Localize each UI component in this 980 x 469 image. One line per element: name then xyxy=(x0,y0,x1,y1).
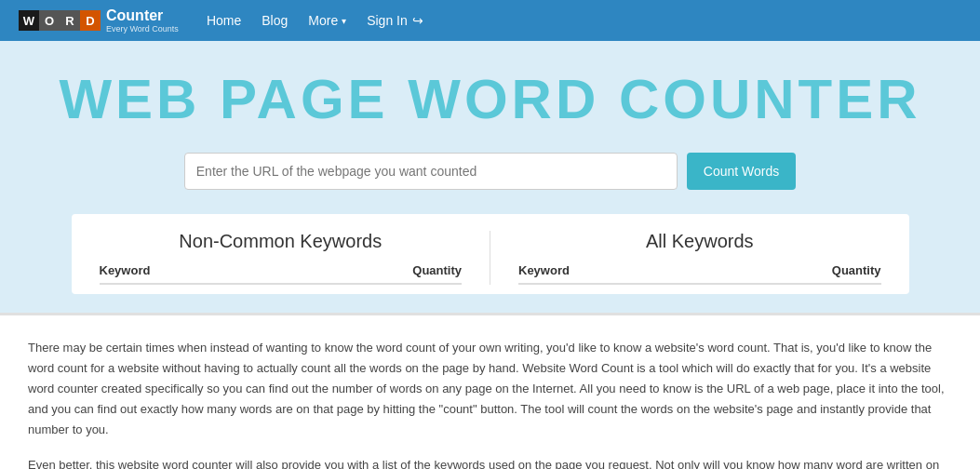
logo-text: Counter Every Word Counts xyxy=(106,7,179,34)
nav-link-signin[interactable]: Sign In ↪ xyxy=(367,13,423,28)
non-common-quantity-col-header: Quantity xyxy=(284,263,462,284)
nav-signin-label: Sign In xyxy=(367,13,408,28)
column-divider xyxy=(490,231,490,285)
keywords-section: Non-Common Keywords Keyword Quantity All… xyxy=(72,214,909,294)
logo: W O R D Counter Every Word Counts xyxy=(19,7,179,34)
description-section: There may be certain times when instead … xyxy=(0,313,980,469)
all-keyword-col-header: Keyword xyxy=(518,263,704,284)
keywords-columns: Non-Common Keywords Keyword Quantity All… xyxy=(100,231,881,285)
brand-name: Counter xyxy=(106,7,179,24)
all-keywords-table-header-row: Keyword Quantity xyxy=(518,263,881,284)
nav-link-more[interactable]: More ▾ xyxy=(308,13,346,28)
navbar: W O R D Counter Every Word Counts Home B… xyxy=(0,0,980,41)
signin-icon: ↪ xyxy=(412,13,423,28)
logo-letter-w: W xyxy=(19,10,39,31)
logo-letters: W O R D xyxy=(19,10,101,31)
all-quantity-col-header: Quantity xyxy=(704,263,881,284)
chevron-down-icon: ▾ xyxy=(342,16,346,26)
nav-item-blog[interactable]: Blog xyxy=(262,12,288,29)
non-common-keyword-col-header: Keyword xyxy=(100,263,285,284)
page-title: WEB PAGE WORD COUNTER xyxy=(19,69,961,130)
nav-item-signin[interactable]: Sign In ↪ xyxy=(367,13,423,28)
url-form: Count Words xyxy=(19,153,961,190)
description-paragraph-2: Even better, this website word counter w… xyxy=(28,455,952,469)
nav-link-home[interactable]: Home xyxy=(207,13,241,28)
description-paragraph-1: There may be certain times when instead … xyxy=(28,338,952,440)
logo-letter-o: O xyxy=(39,10,60,31)
non-common-table-header-row: Keyword Quantity xyxy=(100,263,463,284)
count-words-button[interactable]: Count Words xyxy=(687,153,796,190)
logo-letter-r: R xyxy=(60,10,80,31)
hero-section: WEB PAGE WORD COUNTER Count Words Non-Co… xyxy=(0,41,980,313)
nav-links: Home Blog More ▾ Sign In ↪ xyxy=(207,12,423,29)
nav-item-more[interactable]: More ▾ xyxy=(308,13,346,28)
nav-link-blog[interactable]: Blog xyxy=(262,13,288,28)
url-input[interactable] xyxy=(184,153,678,190)
non-common-keywords-heading: Non-Common Keywords xyxy=(100,231,463,252)
all-keywords-col: All Keywords Keyword Quantity xyxy=(518,231,881,285)
non-common-keywords-table: Keyword Quantity xyxy=(100,263,463,285)
nav-more-label: More xyxy=(308,13,338,28)
all-keywords-heading: All Keywords xyxy=(518,231,881,252)
all-keywords-table: Keyword Quantity xyxy=(518,263,881,285)
non-common-keywords-col: Non-Common Keywords Keyword Quantity xyxy=(100,231,463,285)
brand-tagline: Every Word Counts xyxy=(106,24,179,34)
logo-letter-d: D xyxy=(80,10,101,31)
nav-item-home[interactable]: Home xyxy=(207,12,241,29)
